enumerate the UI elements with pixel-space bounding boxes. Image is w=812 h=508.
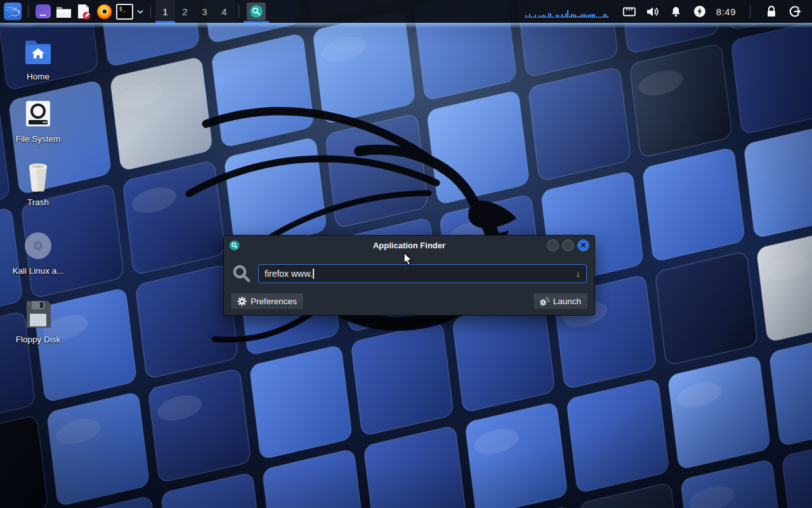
gear-icon [237, 297, 247, 306]
desktop-icon-label: File System [4, 134, 72, 144]
disc-icon [23, 231, 53, 260]
workspace-2[interactable]: 2 [175, 0, 195, 23]
preferences-label: Preferences [251, 297, 297, 306]
panel-tray: 8:49 [525, 4, 807, 19]
document-edit-icon [76, 4, 91, 20]
workspace-1[interactable]: 1 [155, 0, 175, 23]
lock-screen-button[interactable] [764, 4, 778, 19]
launcher-file-manager[interactable] [53, 0, 74, 23]
desktop-icon-file-system[interactable]: File System [4, 99, 72, 144]
preferences-button[interactable]: Preferences [230, 293, 304, 310]
launch-button[interactable]: Launch [533, 293, 588, 310]
desktop-icon-label: Floppy Disk [4, 335, 72, 344]
mouse-cursor [403, 252, 413, 266]
launcher-text-editor[interactable] [74, 0, 94, 23]
lock-icon [766, 5, 777, 18]
chevron-down-icon [137, 10, 143, 14]
panel-separator [750, 5, 750, 18]
network-tray-button[interactable] [622, 4, 636, 19]
application-finder-window: Application Finder ✕ firefox www. ↓ [223, 235, 595, 316]
applications-menu-button[interactable] [2, 0, 23, 23]
notifications-tray-button[interactable] [669, 4, 683, 19]
text-caret [313, 269, 314, 279]
desktop-icon-home[interactable]: Home [4, 37, 72, 81]
clock[interactable]: 8:49 [716, 6, 736, 17]
maximize-button[interactable] [562, 239, 574, 251]
desktop-icon-label: Trash [4, 197, 72, 207]
panel-separator [150, 5, 151, 18]
desktop-icon-label: Home [4, 72, 72, 81]
bell-icon [670, 6, 682, 18]
taskbar-application-finder-button[interactable] [244, 0, 269, 23]
terminal-icon: $_ [116, 4, 133, 20]
ethernet-icon [622, 6, 636, 17]
logout-icon [789, 5, 801, 18]
power-manager-tray-button[interactable] [693, 4, 707, 19]
firefox-icon [97, 4, 112, 19]
kali-logo-icon [4, 3, 22, 20]
app-finder-icon [249, 4, 264, 19]
panel-separator [239, 5, 239, 18]
desktop-icon-kali-archive[interactable]: Kali Linux a... [4, 231, 72, 276]
desktop-icon-label: Kali Linux a... [4, 266, 72, 276]
launcher-firefox[interactable] [94, 0, 114, 23]
close-button[interactable]: ✕ [577, 239, 589, 251]
launch-icon [540, 297, 549, 306]
logout-button[interactable] [788, 4, 802, 19]
window-app-icon [36, 4, 51, 18]
terminal-dropdown-button[interactable] [134, 0, 146, 23]
speaker-icon [646, 6, 659, 17]
desktop-icon-floppy-disk[interactable]: Floppy Disk [4, 300, 72, 344]
desktop-icon-trash[interactable]: Trash [4, 163, 72, 207]
cpu-graph[interactable] [525, 10, 613, 18]
trash-bin-icon [25, 162, 51, 192]
search-input-value: firefox www. [265, 269, 312, 279]
search-input[interactable]: firefox www. ↓ [258, 264, 587, 283]
launcher-terminal[interactable]: $_ [114, 0, 134, 23]
launch-label: Launch [553, 297, 581, 306]
volume-tray-button[interactable] [646, 4, 660, 19]
dropdown-arrow-icon[interactable]: ↓ [576, 268, 581, 279]
hard-drive-icon [24, 100, 52, 128]
desktop-root: $_ 1 2 3 4 [0, 0, 812, 508]
window-title: Application Finder [224, 241, 594, 250]
top-panel: $_ 1 2 3 4 [0, 0, 812, 23]
panel-separator [28, 5, 29, 18]
workspace-3[interactable]: 3 [195, 0, 214, 23]
power-bolt-icon [693, 5, 706, 18]
floppy-disk-icon [24, 300, 52, 329]
launcher-appearance[interactable] [33, 0, 53, 23]
search-icon [232, 264, 251, 283]
minimize-button[interactable] [547, 239, 559, 251]
home-folder-icon [23, 39, 53, 64]
workspace-4[interactable]: 4 [214, 0, 234, 23]
folder-icon [56, 5, 72, 18]
